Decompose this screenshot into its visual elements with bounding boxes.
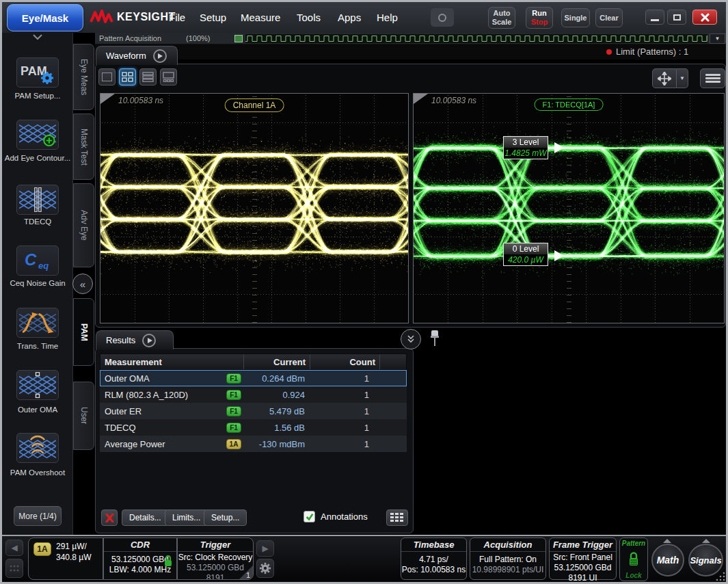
clear-button[interactable]: Clear <box>595 8 623 27</box>
eye-canvas-right[interactable] <box>414 94 724 323</box>
level-marker-3[interactable]: 3 Level 1.4825 mW <box>503 136 548 159</box>
timebase-title: Timebase <box>401 540 466 550</box>
measurement-count: 1 <box>310 390 380 400</box>
math-button[interactable]: Math <box>651 544 684 576</box>
graticule-corner-fold[interactable] <box>100 94 115 104</box>
sidebar-item-trans-time[interactable] <box>16 308 59 338</box>
annotations-label: Annotations <box>321 512 368 522</box>
single-button[interactable]: Single <box>561 8 590 27</box>
waveform-tab[interactable]: Waveform <box>96 46 178 65</box>
acquisition-panel[interactable]: Acquisition Full Pattern: On 10.98998901… <box>470 537 546 580</box>
menu-measure[interactable]: Measure <box>241 12 280 23</box>
sidebar-item-add-eye-contour[interactable] <box>16 120 59 150</box>
timebase-readout: 10.00583 ns <box>431 96 476 105</box>
results-menu-button[interactable] <box>142 334 156 347</box>
layout-rows-button[interactable] <box>139 68 157 85</box>
sidebar-item-tdecq[interactable] <box>16 185 59 215</box>
side-tab-adv-eye[interactable]: Adv Eye <box>73 183 94 267</box>
results-tab[interactable]: Results <box>96 330 174 349</box>
run-stop-button[interactable]: Run Stop <box>526 7 553 29</box>
graticule-right[interactable]: 10.00583 ns F1: TDECQ[1A] 3 Level 1.4825… <box>413 93 725 323</box>
settings-gear-button[interactable] <box>256 559 274 578</box>
brand-label: KEYSIGHT <box>117 11 176 23</box>
limits-button[interactable]: Limits... <box>165 509 208 526</box>
pan-zoom-button[interactable] <box>652 68 677 88</box>
channel-badge[interactable]: 1A <box>33 542 51 556</box>
column-header-current[interactable]: Current <box>244 354 310 369</box>
camera-button[interactable] <box>431 8 454 27</box>
setup-button[interactable]: Setup... <box>204 509 247 526</box>
sidebar-item-pam-setup[interactable]: PAM <box>16 57 59 88</box>
source-pill-channel-1a[interactable]: Channel 1A <box>225 98 284 112</box>
layout-grid-button[interactable] <box>119 68 136 85</box>
trigger-panel[interactable]: Trigger Src: Clock Recovery 53.125000 GB… <box>177 537 254 580</box>
results-table: Measurement Current Count Outer OMAF1 0.… <box>100 354 407 452</box>
scroll-left-button[interactable]: ◀ <box>5 540 23 556</box>
side-tab-pam[interactable]: PAM <box>73 298 94 366</box>
timebase-panel[interactable]: Timebase 4.71 ps/ Pos: 10.00583 ns <box>401 537 467 580</box>
source-pill-f1-tdecq[interactable]: F1: TDECQ[1A] <box>535 98 604 111</box>
menu-apps[interactable]: Apps <box>338 12 361 23</box>
channel-offset: 340.8 µW <box>56 553 92 563</box>
minimize-button[interactable] <box>645 10 664 25</box>
menu-setup[interactable]: Setup <box>200 12 226 23</box>
frame-trigger-src: Src: Front Panel <box>550 553 616 563</box>
level-marker-0[interactable]: 0 Level 420.0 µW <box>503 243 548 266</box>
frame-trigger-panel[interactable]: Frame Trigger Src: Front Panel 53.125000… <box>549 537 617 580</box>
side-tab-user[interactable]: User <box>73 382 94 450</box>
pin-icon[interactable] <box>429 330 440 347</box>
measurement-grid-button[interactable] <box>386 509 408 526</box>
annotations-checkbox[interactable] <box>304 511 315 522</box>
sidebar-item-ceq-noise-gain[interactable]: C eq <box>16 245 59 276</box>
measurement-current: 0.264 dBm <box>244 373 310 384</box>
auto-scale-label-1: Auto <box>493 9 510 18</box>
table-row[interactable]: Average Power1A -130 mdBm 1 <box>100 436 407 452</box>
side-tab-mask-test[interactable]: Mask Test <box>73 114 94 180</box>
waveform-menu-button[interactable] <box>153 49 167 63</box>
graticule-corner-fold[interactable] <box>414 94 428 104</box>
keypad-button[interactable] <box>5 559 23 578</box>
column-header-measurement[interactable]: Measurement <box>100 354 244 369</box>
frame-trigger-length: 8191 UI <box>550 573 616 583</box>
delete-measurement-button[interactable] <box>101 509 118 526</box>
chevron-down-icon[interactable] <box>32 34 43 40</box>
pan-zoom-dropdown-button[interactable]: ▼ <box>677 68 688 88</box>
table-row[interactable]: Outer OMAF1 0.264 dBm 1 <box>100 370 407 386</box>
channel-panel[interactable]: 1A 291 µW/ 340.8 µW <box>28 537 103 580</box>
maximize-button[interactable] <box>667 10 686 25</box>
collapse-results-button[interactable] <box>401 329 421 349</box>
close-button[interactable] <box>692 10 717 25</box>
details-button[interactable]: Details... <box>122 509 169 526</box>
waveform-options-button[interactable] <box>700 68 725 88</box>
table-row[interactable]: Outer ERF1 5.479 dB 1 <box>100 403 407 419</box>
auto-scale-button[interactable]: Auto Scale <box>488 7 515 29</box>
acquisition-dropdown-button[interactable]: ▼ <box>710 34 725 44</box>
pattern-lock-button[interactable]: Pattern Lock <box>619 537 648 581</box>
limit-status-row: Limit (Patterns) : 1 <box>95 44 726 59</box>
cdr-panel[interactable]: CDR 53.125000 GBd LBW: 4.000 MHz <box>103 537 177 580</box>
math-up-arrow-icon <box>663 539 671 543</box>
resize-grip[interactable] <box>716 572 725 581</box>
scroll-right-button[interactable]: ▶ <box>256 540 274 557</box>
sidebar-item-outer-oma[interactable] <box>16 370 59 400</box>
more-button[interactable]: More (1/4) <box>14 506 62 526</box>
sidebar-item-pam-overshoot[interactable] <box>16 433 59 463</box>
triangle-down-icon: ▼ <box>715 36 720 42</box>
layout-overlay-button[interactable] <box>160 68 177 85</box>
menu-help[interactable]: Help <box>377 12 398 23</box>
side-tab-eye-meas[interactable]: Eye Meas <box>73 44 94 110</box>
eye-canvas-left[interactable] <box>100 94 408 323</box>
graticule-left[interactable]: 10.00583 ns Channel 1A <box>100 93 409 323</box>
collapse-sidebar-button[interactable]: « <box>72 274 93 294</box>
table-row[interactable]: TDECQF1 1.56 dB 1 <box>100 419 407 436</box>
table-row[interactable]: RLM (802.3 A_120D)F1 0.924 1 <box>100 386 407 403</box>
measurement-count: 1 <box>310 373 380 384</box>
mode-selector-button[interactable]: Eye/Mask <box>7 4 83 31</box>
menu-file[interactable]: File <box>169 12 185 23</box>
single-label: Single <box>564 14 587 23</box>
minimize-icon <box>651 19 659 21</box>
menu-tools[interactable]: Tools <box>297 12 321 23</box>
layout-single-button[interactable] <box>98 68 116 85</box>
column-header-count[interactable]: Count <box>310 354 380 369</box>
move-icon <box>658 72 671 85</box>
